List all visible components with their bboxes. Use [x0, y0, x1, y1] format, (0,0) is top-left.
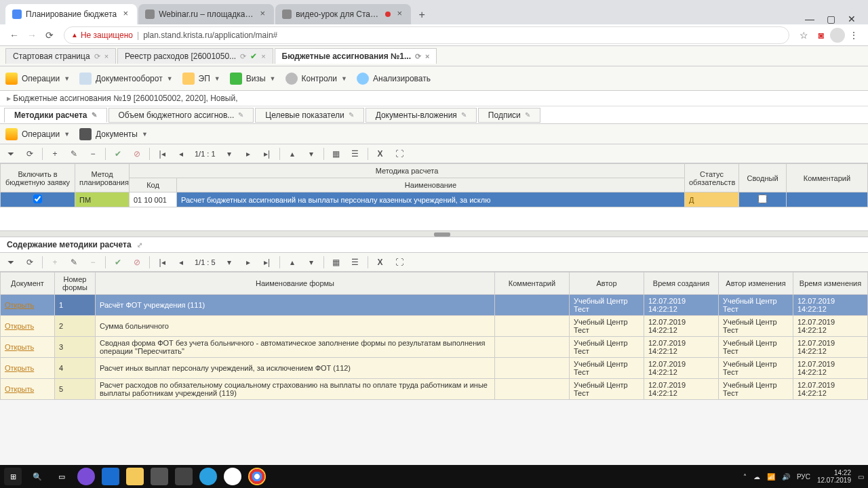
- close-icon[interactable]: ×: [425, 52, 429, 60]
- col-name[interactable]: Наименование формы: [96, 272, 495, 295]
- table-row[interactable]: Открыть1Расчёт ФОТ учреждения (111)Учебн…: [1, 295, 868, 316]
- col-methodika[interactable]: Методика расчета: [130, 164, 685, 178]
- filter-icon[interactable]: ⏷: [3, 146, 19, 161]
- back-button[interactable]: ←: [5, 26, 23, 44]
- col-modified[interactable]: Время изменения: [793, 272, 868, 295]
- accept-icon[interactable]: ✔: [110, 146, 126, 161]
- visas-button[interactable]: Визы▼: [230, 73, 276, 85]
- open-link[interactable]: Открыть: [5, 364, 34, 372]
- first-icon[interactable]: |◂: [154, 255, 170, 270]
- browser-tab[interactable]: Webinar.ru – площадка для про ×: [138, 4, 274, 24]
- subtab-attachments[interactable]: Документы-вложения✎: [366, 108, 477, 123]
- prev-icon[interactable]: ◂: [173, 146, 189, 161]
- cancel-icon[interactable]: ⊘: [129, 255, 145, 270]
- docflow-button[interactable]: Документооборот▼: [79, 73, 173, 85]
- col-comment[interactable]: Комментарий: [495, 272, 570, 295]
- grid-icon[interactable]: ▦: [328, 146, 344, 161]
- open-link[interactable]: Открыть: [5, 385, 34, 393]
- close-icon[interactable]: ×: [258, 9, 267, 19]
- remove-icon[interactable]: −: [85, 255, 101, 270]
- splitter[interactable]: [0, 230, 868, 237]
- url-input[interactable]: Не защищено | plan.stand.krista.ru/appli…: [64, 26, 789, 44]
- accept-icon[interactable]: ✔: [110, 255, 126, 270]
- open-link[interactable]: Открыть: [5, 322, 34, 330]
- table-row[interactable]: Открыть4Расчет иных выплат персоналу учр…: [1, 358, 868, 379]
- col-modifier[interactable]: Автор изменения: [719, 272, 793, 295]
- col-comment[interactable]: Комментарий: [787, 164, 868, 192]
- reload-button[interactable]: ⟳: [41, 26, 58, 44]
- close-icon[interactable]: ×: [261, 52, 265, 60]
- open-link[interactable]: Открыть: [5, 301, 34, 309]
- operations-button[interactable]: Операции▼: [5, 73, 70, 85]
- refresh-icon[interactable]: ⟳: [240, 52, 246, 61]
- expand-icon[interactable]: ⛶: [391, 146, 408, 161]
- close-icon[interactable]: ×: [395, 9, 404, 19]
- filter-icon[interactable]: ⏷: [3, 255, 19, 270]
- app-tab-start[interactable]: Стартовая страница ⟳ ×: [5, 48, 116, 64]
- signature-button[interactable]: ЭП▼: [182, 73, 220, 85]
- app-tab-budget[interactable]: Бюджетные ассигнования №1... ⟳ ×: [275, 48, 437, 64]
- refresh-icon[interactable]: ⟳: [22, 255, 38, 270]
- grid-icon[interactable]: ▦: [328, 255, 344, 270]
- new-tab-button[interactable]: +: [412, 5, 431, 24]
- subtab-methods[interactable]: Методики расчета✎: [4, 108, 107, 123]
- minimize-icon[interactable]: —: [805, 14, 814, 24]
- next-icon[interactable]: ▸: [240, 255, 256, 270]
- documents-button[interactable]: Документы▼: [79, 128, 148, 140]
- col-num[interactable]: Номер формы: [55, 272, 96, 295]
- add-icon[interactable]: +: [47, 146, 63, 161]
- browser-tab[interactable]: видео-урок для Ставропол ×: [275, 4, 411, 24]
- edit-icon[interactable]: ✎: [66, 146, 82, 161]
- refresh-icon[interactable]: ⟳: [22, 146, 38, 161]
- forward-button[interactable]: →: [23, 26, 41, 44]
- col-status[interactable]: Статус обязательств: [685, 164, 739, 192]
- subtab-targets[interactable]: Целевые показатели✎: [255, 108, 363, 123]
- close-icon[interactable]: ×: [104, 52, 108, 60]
- refresh-icon[interactable]: ⟳: [415, 52, 421, 61]
- next-icon[interactable]: ▸: [240, 146, 256, 161]
- expand-icon[interactable]: ⛶: [391, 255, 408, 270]
- last-icon[interactable]: ▸|: [259, 146, 275, 161]
- first-icon[interactable]: |◂: [154, 146, 170, 161]
- include-checkbox[interactable]: [33, 195, 42, 203]
- profile-icon[interactable]: [830, 28, 845, 43]
- col-kod[interactable]: Код: [130, 178, 177, 192]
- col-author[interactable]: Автор: [570, 272, 644, 295]
- analyze-button[interactable]: Анализировать: [357, 73, 431, 85]
- svod-checkbox[interactable]: [758, 195, 767, 203]
- star-icon[interactable]: ☆: [795, 26, 812, 44]
- col-name[interactable]: Наименование: [177, 178, 685, 192]
- col-svod[interactable]: Сводный: [739, 164, 787, 192]
- last-icon[interactable]: ▸|: [259, 255, 275, 270]
- app-tab-reestr[interactable]: Реестр расходов [26001050... ⟳ ✔ ×: [117, 48, 273, 64]
- col-include[interactable]: Включить в бюджетную заявку: [1, 164, 75, 192]
- table-row[interactable]: Открыть2Сумма больничногоУчебный Центр Т…: [1, 316, 868, 337]
- clear-icon[interactable]: X: [372, 146, 389, 161]
- clear-icon[interactable]: X: [372, 255, 389, 270]
- sort-asc-icon[interactable]: ▴: [284, 146, 300, 161]
- sort-asc-icon[interactable]: ▴: [284, 255, 300, 270]
- refresh-icon[interactable]: ⟳: [94, 52, 100, 61]
- maximize-icon[interactable]: ▢: [827, 14, 835, 24]
- list-icon[interactable]: ☰: [347, 255, 363, 270]
- operations-button[interactable]: Операции▼: [5, 128, 70, 140]
- table-row[interactable]: Открыть5Расчет расходов по обязательному…: [1, 379, 868, 400]
- subtab-signatures[interactable]: Подписи✎: [478, 108, 540, 123]
- list-icon[interactable]: ☰: [347, 146, 363, 161]
- add-icon[interactable]: +: [47, 255, 63, 270]
- controls-button[interactable]: Контроли▼: [285, 73, 348, 85]
- sort-desc-icon[interactable]: ▾: [303, 255, 319, 270]
- open-link[interactable]: Открыть: [5, 343, 34, 351]
- extension-icon[interactable]: ◙: [812, 26, 830, 44]
- table-row[interactable]: Открыть3Сводная форма ФОТ без учета боль…: [1, 337, 868, 358]
- dropdown-icon[interactable]: ▾: [221, 146, 237, 161]
- sort-desc-icon[interactable]: ▾: [303, 146, 319, 161]
- close-icon[interactable]: ✕: [848, 14, 856, 24]
- cancel-icon[interactable]: ⊘: [129, 146, 145, 161]
- menu-icon[interactable]: ⋮: [845, 26, 863, 44]
- expand-icon[interactable]: ⤢: [137, 241, 142, 249]
- close-icon[interactable]: ×: [121, 9, 130, 19]
- prev-icon[interactable]: ◂: [173, 255, 189, 270]
- edit-icon[interactable]: ✎: [66, 255, 82, 270]
- col-created[interactable]: Время создания: [644, 272, 719, 295]
